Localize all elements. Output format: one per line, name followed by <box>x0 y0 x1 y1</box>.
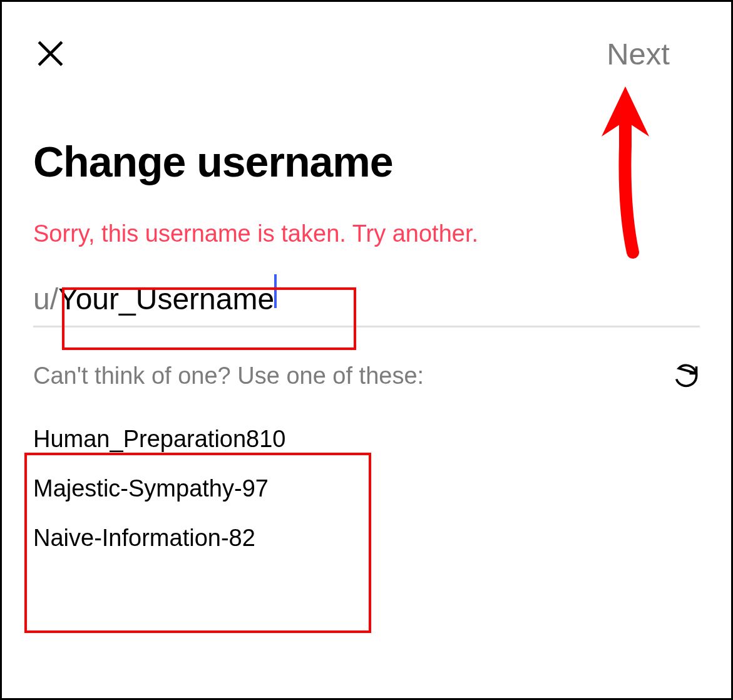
suggestions-label: Can't think of one? Use one of these: <box>33 363 424 389</box>
suggestion-item[interactable]: Human_Preparation810 <box>33 414 700 464</box>
close-button[interactable] <box>33 36 68 71</box>
refresh-icon <box>672 362 700 389</box>
next-button[interactable]: Next <box>607 36 700 71</box>
suggestion-item[interactable]: Naive-Information-82 <box>33 513 700 563</box>
close-icon <box>33 36 68 71</box>
text-cursor <box>274 274 277 308</box>
page-title: Change username <box>2 71 731 186</box>
username-field[interactable]: u/ Your_Username <box>33 247 700 327</box>
refresh-suggestions-button[interactable] <box>672 362 700 389</box>
username-prefix: u/ <box>33 282 58 316</box>
suggestions-list: Human_Preparation810 Majestic-Sympathy-9… <box>2 389 731 563</box>
error-message: Sorry, this username is taken. Try anoth… <box>2 186 731 247</box>
suggestion-item[interactable]: Majestic-Sympathy-97 <box>33 464 700 513</box>
username-input[interactable]: Your_Username <box>58 282 274 316</box>
